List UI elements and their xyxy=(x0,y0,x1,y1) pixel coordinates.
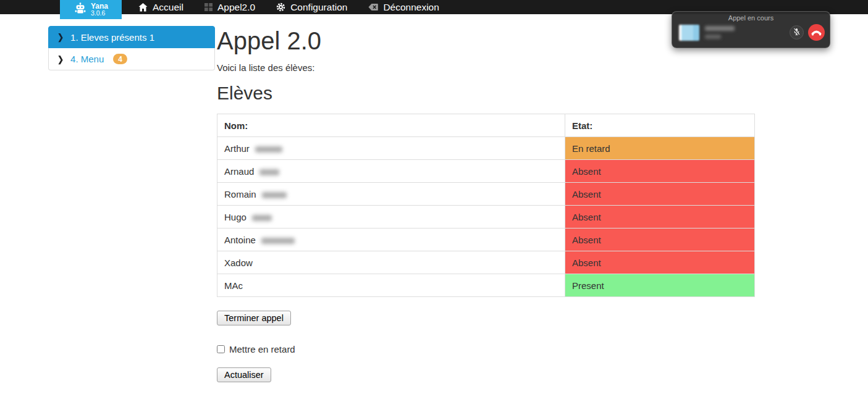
sidebar-menu: ❯ 1. Eleves présents 1 ❯ 4. Menu 4 xyxy=(48,26,215,70)
student-status-cell: Absent xyxy=(565,228,755,251)
student-name: Xadow xyxy=(224,258,253,268)
nav-item-accueil[interactable]: Accueil xyxy=(128,0,194,14)
grid-icon xyxy=(204,3,213,11)
table-row: Antoine Absent xyxy=(217,228,755,251)
actualiser-button[interactable]: Actualiser xyxy=(217,367,271,382)
student-name-cell: Romain xyxy=(217,183,565,206)
caller-name-redacted xyxy=(705,26,735,31)
student-name-cell: Antoine xyxy=(217,228,565,251)
chevron-right-icon: ❯ xyxy=(57,54,64,64)
chevron-right-icon: ❯ xyxy=(57,32,64,42)
sidebar-item-eleves-presents[interactable]: ❯ 1. Eleves présents 1 xyxy=(48,26,215,48)
logout-icon xyxy=(368,3,378,11)
robot-icon xyxy=(74,2,87,17)
intro-text: Voici la liste des élèves: xyxy=(217,62,755,73)
redacted-surname xyxy=(259,169,279,175)
student-name: MAc xyxy=(224,280,243,291)
student-status-cell: Absent xyxy=(565,251,755,274)
caller-info xyxy=(705,26,790,39)
brand-version: 3.0.6 xyxy=(91,10,108,17)
mute-microphone-button[interactable] xyxy=(790,25,804,40)
table-header-row: Nom: Etat: xyxy=(217,114,755,137)
nav-item-configuration[interactable]: Configuration xyxy=(266,0,358,14)
nav-item-deconnexion[interactable]: Déconnexion xyxy=(358,0,449,14)
home-icon xyxy=(138,3,148,12)
sidebar-item-menu[interactable]: ❯ 4. Menu 4 xyxy=(48,48,215,70)
student-status-cell: En retard xyxy=(565,137,755,160)
sidebar-item-label: 1. Eleves présents 1 xyxy=(70,32,154,43)
student-status-cell: Present xyxy=(565,274,755,297)
nav-items: Accueil Appel2.0 Configurat xyxy=(128,0,450,14)
student-name-cell: Xadow xyxy=(217,251,565,274)
mettre-en-retard-label: Mettre en retard xyxy=(229,344,295,354)
students-table: Nom: Etat: Arthur En retard Arnaud Absen… xyxy=(217,114,755,297)
redacted-surname xyxy=(255,146,282,153)
nav-item-label: Appel2.0 xyxy=(217,2,255,13)
call-overlay-title: Appel en cours xyxy=(672,14,830,22)
nav-item-label: Configuration xyxy=(290,2,347,13)
student-status-cell: Absent xyxy=(565,160,755,183)
table-row: Arthur En retard xyxy=(217,137,755,160)
sidebar-item-label: 4. Menu xyxy=(70,54,104,64)
call-duration-redacted xyxy=(705,35,721,39)
student-name: Hugo xyxy=(224,212,246,222)
terminer-appel-button[interactable]: Terminer appel xyxy=(217,311,291,325)
redacted-surname xyxy=(252,215,272,221)
main-content: Appel 2.0 Voici la liste des élèves: Elè… xyxy=(217,22,755,382)
caller-avatar xyxy=(679,25,699,41)
table-row: Hugo Absent xyxy=(217,206,755,228)
microphone-muted-icon xyxy=(793,27,801,38)
student-name: Romain xyxy=(224,189,256,199)
nav-item-label: Accueil xyxy=(153,2,183,13)
student-status-cell: Absent xyxy=(565,183,755,206)
call-in-progress-overlay: Appel en cours xyxy=(672,11,830,48)
redacted-surname xyxy=(262,192,287,198)
brand-logo[interactable]: Yana 3.0.6 xyxy=(60,0,122,19)
hang-up-button[interactable] xyxy=(808,24,825,41)
student-name-cell: MAc xyxy=(217,274,565,297)
column-header-nom: Nom: xyxy=(217,114,565,137)
mettre-en-retard-checkbox[interactable] xyxy=(217,345,225,353)
student-name-cell: Arnaud xyxy=(217,160,565,183)
student-name-cell: Arthur xyxy=(217,137,565,160)
student-name: Arthur xyxy=(224,143,250,154)
menu-count-badge: 4 xyxy=(113,54,127,64)
table-row: MAc Present xyxy=(217,274,755,297)
table-row: Romain Absent xyxy=(217,183,755,206)
column-header-etat: Etat: xyxy=(565,114,755,137)
student-status-cell: Absent xyxy=(565,206,755,228)
student-name: Antoine xyxy=(224,235,256,245)
nav-item-appel20[interactable]: Appel2.0 xyxy=(194,0,266,14)
hang-up-phone-icon xyxy=(811,27,822,38)
section-title: Elèves xyxy=(217,83,755,104)
redacted-surname xyxy=(261,238,295,244)
nav-item-label: Déconnexion xyxy=(383,2,439,13)
gear-icon xyxy=(276,2,285,12)
table-row: Arnaud Absent xyxy=(217,160,755,183)
table-row: Xadow Absent xyxy=(217,251,755,274)
student-name: Arnaud xyxy=(224,166,254,177)
student-name-cell: Hugo xyxy=(217,206,565,228)
mettre-en-retard-row: Mettre en retard xyxy=(217,344,755,354)
